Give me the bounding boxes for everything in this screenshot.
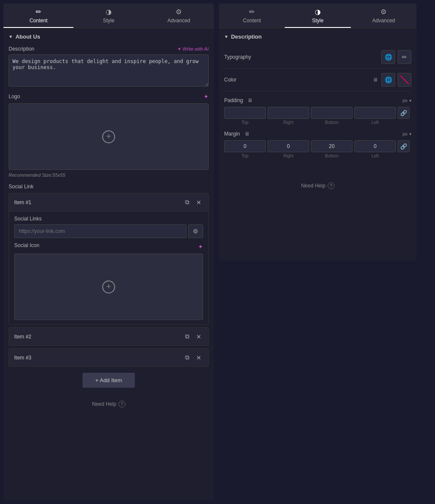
padding-left-label: Left — [354, 120, 396, 125]
color-swatch-button[interactable] — [398, 73, 411, 87]
chevron-down-icon-padding[interactable]: ▾ — [409, 98, 411, 103]
padding-bottom-input[interactable] — [311, 107, 353, 119]
margin-link-button[interactable]: 🔗 — [398, 140, 410, 152]
duplicate-button-3[interactable]: ⧉ — [183, 353, 191, 362]
margin-left-input[interactable] — [354, 140, 396, 152]
tab-style-right[interactable]: ◑ Style — [285, 3, 350, 28]
margin-right-input[interactable] — [268, 140, 309, 152]
remove-button-3[interactable]: ✕ — [195, 353, 203, 362]
logo-label: Logo — [9, 94, 20, 100]
margin-unit-text: px — [402, 131, 408, 136]
need-help-left: Need Help ? — [9, 394, 209, 411]
margin-bottom-label: Bottom — [311, 154, 353, 158]
logo-upload-box[interactable]: + — [9, 103, 209, 170]
duplicate-button-1[interactable]: ⧉ — [183, 198, 191, 207]
left-panel-body: ▼ About Us Description ✦ Write with AI W… — [3, 28, 214, 416]
accordion-header-1[interactable]: Item #1 ⧉ ✕ — [9, 193, 208, 211]
margin-sub-labels: Top Right Bottom Left — [224, 154, 411, 158]
margin-left-label: Left — [354, 154, 396, 158]
tab-advanced-right[interactable]: ⚙ Advanced — [351, 3, 417, 28]
help-circle-icon-left[interactable]: ? — [119, 401, 125, 407]
margin-inputs: 🔗 — [224, 140, 411, 152]
accordion-actions-2: ⧉ ✕ — [183, 332, 203, 341]
description-label: Description — [9, 46, 34, 52]
padding-left-input[interactable] — [354, 107, 396, 119]
gear-button[interactable]: ⚙ — [188, 224, 203, 238]
about-us-section-header: ▼ About Us — [9, 33, 209, 40]
accordion-actions-1: ⧉ ✕ — [183, 198, 203, 207]
margin-top-label: Top — [224, 154, 266, 158]
description-section-header: ▼ Description — [224, 33, 411, 40]
margin-top-input[interactable] — [224, 140, 266, 152]
social-link-section-label: Social Link — [9, 184, 209, 190]
typography-actions: 🌐 ✏ — [381, 50, 411, 64]
social-links-input[interactable] — [14, 224, 186, 238]
padding-unit-text: px — [402, 98, 408, 103]
url-input-row: ⚙ — [14, 224, 203, 238]
pencil-icon-right: ✏ — [249, 8, 255, 16]
typography-globe-button[interactable]: 🌐 — [381, 50, 395, 64]
margin-right-label: Right — [268, 154, 309, 158]
right-panel: ✏ Content ◑ Style ⚙ Advanced ▼ Descripti… — [219, 3, 417, 261]
chevron-down-icon-margin[interactable]: ▾ — [409, 132, 411, 136]
gear-icon-right: ⚙ — [380, 8, 386, 16]
margin-unit-row: px ▾ — [402, 131, 411, 136]
magic-wand-icon[interactable]: ✦ — [204, 93, 209, 100]
margin-header: Margin 🖥 px ▾ — [224, 131, 411, 137]
write-ai-label: Write with AI — [183, 46, 209, 51]
plus-icon: + — [102, 130, 115, 143]
help-circle-icon-right[interactable]: ? — [328, 182, 335, 189]
accordion-body-1: Social Links ⚙ Social Icon ✦ + — [9, 211, 208, 324]
left-panel: ✏ Content ◑ Style ⚙ Advanced ▼ About Us … — [3, 3, 214, 501]
tab-style-label-right: Style — [312, 18, 324, 24]
tab-style-left[interactable]: ◑ Style — [73, 3, 143, 28]
duplicate-button-2[interactable]: ⧉ — [183, 332, 191, 341]
tab-content-right[interactable]: ✏ Content — [219, 3, 285, 28]
magic-wand-icon-social[interactable]: ✦ — [198, 243, 203, 250]
accordion-header-3[interactable]: Item #3 ⧉ ✕ — [9, 349, 208, 366]
description-field-row: Description ✦ Write with AI — [9, 46, 209, 52]
accordion-header-2[interactable]: Item #2 ⧉ ✕ — [9, 328, 208, 345]
padding-label: Padding — [224, 97, 243, 103]
typography-label: Typography — [224, 54, 381, 60]
add-item-button[interactable]: + Add Item — [82, 373, 135, 388]
tab-advanced-left[interactable]: ⚙ Advanced — [144, 3, 214, 28]
tab-content-label-right: Content — [243, 18, 261, 24]
monitor-icon-color: 🖥 — [373, 77, 378, 83]
color-globe-button[interactable]: 🌐 — [381, 73, 395, 87]
halfcircle-icon-right: ◑ — [315, 8, 321, 16]
margin-bottom-input[interactable] — [311, 140, 353, 152]
tab-style-label-left: Style — [103, 18, 115, 24]
typography-edit-button[interactable]: ✏ — [398, 50, 411, 64]
right-tab-bar: ✏ Content ◑ Style ⚙ Advanced — [219, 3, 417, 28]
pencil-icon-left: ✏ — [36, 8, 41, 16]
padding-inputs: 🔗 — [224, 107, 411, 119]
write-ai-button[interactable]: ✦ Write with AI — [177, 46, 209, 52]
social-icon-upload-box[interactable]: + — [14, 254, 203, 320]
right-panel-body: ▼ Description Typography 🌐 ✏ Color 🖥 🌐 — [219, 28, 417, 198]
description-textarea[interactable]: We design products that delight and insp… — [9, 54, 209, 87]
padding-top-input[interactable] — [224, 107, 266, 119]
description-section-title: Description — [231, 33, 262, 40]
accordion-actions-3: ⧉ ✕ — [183, 353, 203, 362]
remove-button-2[interactable]: ✕ — [195, 332, 203, 341]
padding-section: Padding 🖥 px ▾ 🔗 Top Right Bottom Left — [224, 97, 411, 125]
need-help-label-right: Need Help — [301, 183, 325, 189]
padding-sub-labels: Top Right Bottom Left — [224, 120, 411, 125]
social-links-inner-label: Social Links — [14, 216, 203, 222]
gear-icon-left: ⚙ — [176, 8, 182, 16]
color-label: Color — [224, 77, 373, 83]
left-tab-bar: ✏ Content ◑ Style ⚙ Advanced — [3, 3, 214, 28]
padding-right-input[interactable] — [268, 107, 309, 119]
padding-header: Padding 🖥 px ▾ — [224, 97, 411, 103]
padding-link-button[interactable]: 🔗 — [398, 107, 410, 119]
tab-advanced-label-right: Advanced — [372, 18, 395, 24]
color-actions: 🌐 — [381, 73, 411, 87]
tab-content-left[interactable]: ✏ Content — [3, 3, 73, 28]
accordion-item-2: Item #2 ⧉ ✕ — [9, 327, 209, 346]
arrow-icon-right: ▼ — [224, 34, 228, 39]
remove-button-1[interactable]: ✕ — [195, 198, 203, 207]
recommended-size-text: Recommended Size:55x55 — [9, 172, 209, 178]
monitor-icon-margin: 🖥 — [244, 131, 249, 137]
accordion-title-2: Item #2 — [14, 334, 183, 340]
